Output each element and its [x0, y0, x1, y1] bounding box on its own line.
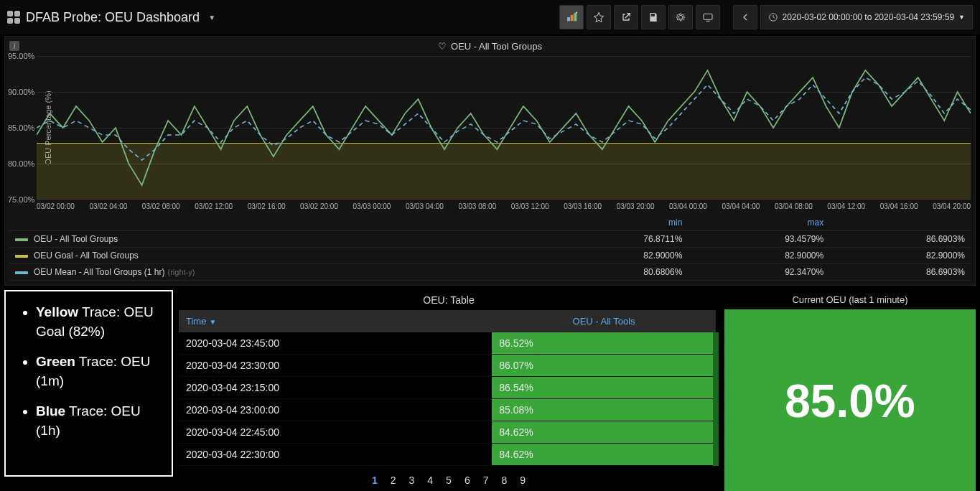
- time-range-picker[interactable]: 2020-03-02 00:00:00 to 2020-03-04 23:59:…: [760, 5, 973, 29]
- table-col-value[interactable]: OEU - All Tools: [492, 310, 716, 332]
- y-tick: 75.00%: [8, 195, 34, 204]
- legend-table: min max OEU - All Tool Groups76.8711%93.…: [9, 215, 971, 281]
- settings-button[interactable]: [668, 5, 693, 29]
- svg-rect-1: [570, 15, 573, 22]
- annotation-item: Blue Trace: OEU (1h): [36, 402, 157, 440]
- table-row[interactable]: 2020-03-04 23:15:0086.54%: [179, 377, 716, 399]
- table-row[interactable]: 2020-03-04 22:30:0084.62%: [179, 444, 716, 466]
- gauge-body: 85.0%: [724, 309, 976, 491]
- chart-plot-area[interactable]: OEU Percentage (%) 75.00%80.00%85.00%90.…: [37, 56, 971, 200]
- page-link[interactable]: 2: [384, 472, 403, 489]
- dashboard-title: DFAB Probe: OEU Dashboard: [26, 10, 200, 25]
- x-tick: 03/04 08:00: [775, 202, 813, 210]
- x-tick: 03/04 04:00: [722, 202, 760, 210]
- legend-row[interactable]: OEU - All Tool Groups76.8711%93.4579%86.…: [9, 231, 971, 248]
- top-bar: DFAB Probe: OEU Dashboard ▼ + 2020-03-02…: [0, 0, 980, 34]
- x-tick: 03/02 20:00: [300, 202, 338, 210]
- star-button[interactable]: [587, 5, 611, 29]
- svg-text:+: +: [575, 11, 577, 15]
- page-link[interactable]: 5: [439, 472, 458, 489]
- page-link[interactable]: 6: [458, 472, 477, 489]
- legend-col-max[interactable]: max: [688, 215, 829, 231]
- y-tick: 85.00%: [8, 123, 34, 132]
- x-tick: 03/03 12:00: [511, 202, 549, 210]
- add-panel-button[interactable]: +: [559, 5, 584, 29]
- chevron-down-icon: ▼: [958, 14, 965, 21]
- x-tick: 03/02 04:00: [89, 202, 127, 210]
- y-tick: 90.00%: [8, 88, 34, 96]
- table-pagination: 123456789: [179, 466, 719, 491]
- table-title: OEU: Table: [179, 290, 719, 310]
- gauge-title: Current OEU (last 1 minute): [724, 290, 976, 309]
- chart-lines: [37, 56, 971, 200]
- x-tick: 03/02 12:00: [195, 202, 233, 210]
- y-tick: 95.00%: [8, 52, 34, 60]
- x-tick: 03/02 16:00: [248, 202, 286, 210]
- page-link[interactable]: 1: [365, 472, 384, 489]
- annotation-item: Yellow Trace: OEU Goal (82%): [36, 303, 157, 341]
- x-tick: 03/03 16:00: [564, 202, 602, 210]
- table-row[interactable]: 2020-03-04 23:00:0085.08%: [179, 399, 716, 421]
- legend-col-min[interactable]: min: [547, 215, 689, 231]
- clock-icon: [768, 12, 778, 22]
- heart-icon: ♡: [438, 41, 447, 52]
- page-link[interactable]: 7: [477, 472, 495, 489]
- x-tick: 03/04 20:00: [933, 202, 971, 210]
- page-link[interactable]: 4: [421, 472, 439, 489]
- x-tick: 03/02 00:00: [37, 202, 75, 210]
- page-link[interactable]: 9: [513, 472, 532, 489]
- x-tick: 03/03 20:00: [617, 202, 655, 210]
- time-range-text: 2020-03-02 00:00:00 to 2020-03-04 23:59:…: [783, 12, 955, 22]
- x-tick: 03/04 00:00: [669, 202, 707, 210]
- page-link[interactable]: 3: [403, 472, 421, 489]
- x-tick: 03/03 00:00: [353, 202, 391, 210]
- table-row[interactable]: 2020-03-04 23:45:0086.52%: [179, 332, 716, 355]
- table-row[interactable]: 2020-03-04 22:45:0084.62%: [179, 421, 716, 444]
- gauge-value: 85.0%: [785, 375, 915, 428]
- x-tick: 03/04 16:00: [880, 202, 918, 210]
- x-tick: 03/02 08:00: [142, 202, 180, 210]
- svg-rect-4: [704, 14, 712, 19]
- gauge-panel: Current OEU (last 1 minute) 85.0%: [724, 290, 976, 491]
- x-axis-ticks: 03/02 00:0003/02 04:0003/02 08:0003/02 1…: [37, 202, 971, 210]
- x-tick: 03/03 08:00: [458, 202, 496, 210]
- chevron-down-icon: ▼: [208, 14, 215, 22]
- svg-rect-0: [567, 17, 570, 21]
- info-icon[interactable]: i: [9, 41, 19, 51]
- table-row[interactable]: 2020-03-04 23:30:0086.07%: [179, 355, 716, 377]
- chart-title: OEU - All Tool Groups: [451, 41, 542, 52]
- time-back-button[interactable]: [733, 5, 757, 29]
- chart-panel: i ♡ OEU - All Tool Groups OEU Percentage…: [4, 36, 976, 286]
- annotation-item: Green Trace: OEU (1m): [36, 352, 157, 391]
- share-button[interactable]: [614, 5, 638, 29]
- x-tick: 03/04 12:00: [827, 202, 865, 210]
- tv-mode-button[interactable]: [696, 5, 720, 29]
- page-link[interactable]: 8: [495, 472, 513, 489]
- legend-row[interactable]: OEU Mean - All Tool Groups (1 hr)(right-…: [9, 264, 971, 281]
- legend-row[interactable]: OEU Goal - All Tool Groups82.9000%82.900…: [9, 248, 971, 264]
- dashboard-grid-icon: [7, 11, 20, 24]
- dashboard-title-group[interactable]: DFAB Probe: OEU Dashboard ▼: [7, 10, 215, 25]
- table-col-time[interactable]: Time▼: [179, 310, 492, 332]
- annotation-overlay: Yellow Trace: OEU Goal (82%)Green Trace:…: [4, 290, 173, 477]
- save-button[interactable]: [641, 5, 666, 29]
- y-tick: 80.00%: [8, 159, 34, 168]
- x-tick: 03/03 04:00: [406, 202, 444, 210]
- table-panel: OEU: Table Time▼ OEU - All Tools 2020-03…: [179, 290, 719, 491]
- sort-desc-icon: ▼: [209, 318, 216, 326]
